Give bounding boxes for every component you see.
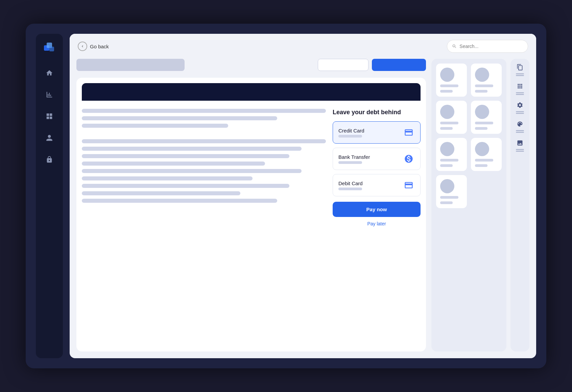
payment-option-left-bt: Bank Transfer [338, 154, 370, 164]
rail-dots-5 [516, 149, 524, 152]
chart-nav-icon[interactable] [43, 89, 55, 101]
grid-line-2 [440, 90, 453, 93]
apps-icon [517, 83, 523, 91]
grid-item-1 [436, 64, 467, 97]
grid-avatar-4 [475, 105, 489, 119]
grid-avatar-6 [475, 142, 489, 156]
grid-item-5 [436, 138, 467, 171]
grid-item-3 [436, 101, 467, 134]
content-area: Leave your debt behind Credit Card [70, 59, 536, 358]
pay-now-button[interactable]: Pay now [333, 202, 421, 217]
rail-dots-1 [516, 73, 524, 76]
text-content [82, 107, 326, 345]
pay-later-link[interactable]: Pay later [333, 221, 421, 226]
grid-line-6 [440, 127, 453, 130]
rail-icon-2[interactable] [514, 82, 526, 95]
action-buttons [318, 59, 426, 71]
rail-icon-4[interactable] [514, 120, 526, 133]
payment-option-left-cc: Credit Card [338, 128, 364, 138]
debit-card-label: Debit Card [338, 180, 363, 186]
copy-icon [517, 64, 523, 72]
grid-line-12 [475, 164, 487, 167]
left-panel: Leave your debt behind Credit Card [76, 59, 426, 351]
payment-title: Leave your debt behind [333, 109, 421, 116]
rail-dots-2 [516, 92, 524, 95]
text-line-5 [82, 147, 302, 151]
grid-line-14 [440, 201, 453, 204]
top-actions-bar [76, 59, 426, 72]
sidebar [36, 34, 63, 358]
payment-option-debit-card[interactable]: Debit Card [333, 174, 421, 196]
lock-nav-icon[interactable] [43, 153, 55, 166]
rail-icon-1[interactable] [514, 64, 526, 76]
settings-icon [517, 102, 523, 110]
payment-option-credit-card[interactable]: Credit Card [333, 121, 421, 144]
right-panel [431, 59, 529, 351]
card-header-bar [82, 83, 421, 101]
grid-item-6 [471, 138, 502, 171]
credit-card-icon [403, 126, 415, 139]
grid-line-8 [475, 127, 487, 130]
card-panel: Leave your debt behind Credit Card [76, 78, 426, 351]
grid-avatar-7 [440, 179, 454, 193]
credit-card-sub [338, 135, 362, 138]
payment-panel: Leave your debt behind Credit Card [333, 107, 421, 345]
bank-transfer-icon [403, 153, 415, 165]
grid-line-1 [440, 84, 458, 87]
text-line-7 [82, 162, 265, 166]
text-line-4 [82, 139, 326, 143]
rail-icon-5[interactable] [514, 139, 526, 152]
text-line-8 [82, 169, 302, 173]
card-body: Leave your debt behind Credit Card [76, 101, 426, 351]
logo-icon [43, 41, 56, 54]
grid-avatar-2 [475, 68, 489, 82]
text-line-2 [82, 116, 277, 120]
grid-line-10 [440, 164, 453, 167]
text-line-1 [82, 109, 326, 113]
rail-dots-3 [516, 111, 524, 114]
grid-nav-icon[interactable] [43, 110, 55, 122]
image-icon [517, 140, 523, 148]
secondary-button[interactable] [318, 59, 368, 71]
search-input[interactable] [459, 44, 523, 49]
bank-transfer-label: Bank Transfer [338, 154, 370, 160]
grid-line-9 [440, 159, 458, 162]
text-line-11 [82, 191, 240, 195]
grid-item-4 [471, 101, 502, 134]
grid-line-5 [440, 122, 458, 124]
text-line-12 [82, 199, 277, 203]
grid-avatar-1 [440, 68, 454, 82]
grid-avatar-5 [440, 142, 454, 156]
go-back-circle [78, 42, 87, 51]
grid-line-11 [475, 159, 493, 162]
palette-icon [517, 121, 523, 129]
text-line-9 [82, 176, 253, 180]
search-icon [452, 44, 457, 49]
grid-line-3 [475, 84, 493, 87]
home-nav-icon[interactable] [43, 67, 55, 79]
grid-item-7 [436, 175, 467, 208]
payment-option-bank-transfer[interactable]: Bank Transfer [333, 148, 421, 170]
grid-avatar-3 [440, 105, 454, 119]
grid-line-13 [440, 196, 458, 199]
rail-dots-4 [516, 130, 524, 133]
grid-line-7 [475, 122, 493, 124]
debit-card-icon [403, 179, 415, 191]
grid-line-4 [475, 90, 487, 93]
rail-icon-3[interactable] [514, 101, 526, 114]
grid-item-2 [471, 64, 502, 97]
top-bar: Go back [70, 34, 536, 59]
go-back-button[interactable]: Go back [78, 42, 109, 51]
primary-button[interactable] [372, 59, 426, 71]
bank-transfer-sub [338, 161, 362, 164]
main-area: Go back [70, 34, 536, 358]
text-line-10 [82, 184, 289, 188]
user-nav-icon[interactable] [43, 132, 55, 144]
search-bar[interactable] [447, 40, 528, 53]
text-line-3 [82, 124, 228, 128]
credit-card-label: Credit Card [338, 128, 364, 133]
svg-rect-2 [49, 47, 54, 51]
icon-rail [510, 59, 529, 351]
payment-option-left-dc: Debit Card [338, 180, 363, 190]
breadcrumb-bar [76, 59, 185, 71]
